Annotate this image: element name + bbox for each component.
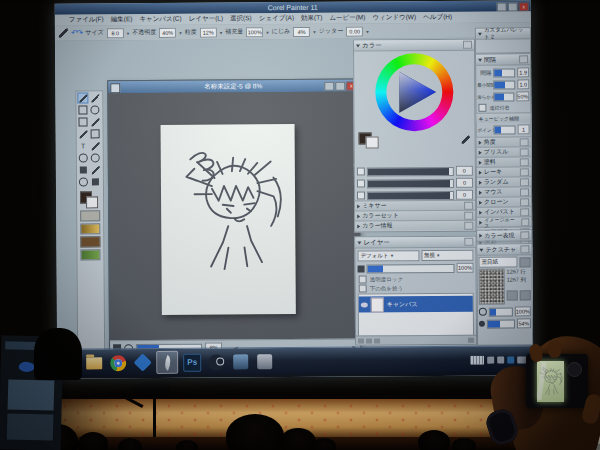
taskbar-painter-active[interactable] [156, 351, 178, 374]
menu-effects[interactable]: 効果(T) [301, 14, 322, 23]
paper-contrast-value[interactable]: 54% [517, 318, 531, 328]
additional-color-swatch[interactable] [86, 196, 98, 208]
taskbar-app-9[interactable] [254, 351, 274, 372]
chevron-down-icon[interactable]: ▾ [179, 29, 182, 35]
additional-color-swatch[interactable] [366, 136, 379, 148]
menu-layers[interactable]: レイヤー(L) [189, 14, 223, 23]
color-swatches[interactable] [79, 191, 101, 207]
collapse-arrow-icon[interactable] [356, 44, 360, 47]
chevron-down-icon[interactable]: ▾ [127, 30, 130, 36]
color-slider-value[interactable]: 0 [456, 166, 473, 176]
rotate-page-tool-icon[interactable] [90, 152, 101, 163]
color-wheel[interactable] [375, 53, 454, 132]
menu-shapes[interactable]: シェイプ(A) [259, 14, 294, 23]
panel-menu-button[interactable] [464, 238, 473, 246]
chevron-down-icon[interactable]: ▾ [313, 28, 316, 34]
brush-panel-mouse[interactable]: マウス [477, 186, 531, 196]
color-panel-header[interactable]: カラー [354, 40, 474, 52]
brush-panel-angle[interactable]: 角度 [477, 136, 531, 146]
layer-commands-button[interactable] [374, 338, 380, 343]
canvas-page[interactable] [161, 124, 296, 315]
paper-scale-value[interactable]: 100% [515, 306, 531, 316]
delete-layer-button[interactable] [468, 337, 474, 342]
invert-paper-icon[interactable] [507, 290, 518, 300]
layer-row-canvas[interactable]: キャンバス [359, 296, 473, 313]
panel-menu-button[interactable] [520, 168, 529, 176]
nozzle-selector[interactable] [80, 249, 100, 260]
prop-opacity-value[interactable]: 40% [159, 27, 176, 37]
spacing-panel-header[interactable]: 間隔 [476, 54, 530, 65]
brush-panel-rake[interactable]: レーキ [477, 166, 531, 176]
magic-wand-tool-icon[interactable] [89, 116, 100, 127]
brush-panel-random[interactable]: ランダム [477, 176, 531, 186]
new-layer-button[interactable] [358, 338, 364, 343]
collapse-arrow-icon[interactable] [357, 241, 361, 244]
prop-jitter-value[interactable]: 0.00 [346, 26, 363, 36]
checkbox[interactable] [359, 284, 367, 292]
brush-panel-bristle[interactable]: ブリスル [477, 146, 531, 156]
custom-palette-header[interactable]: カスタムパレット 2 [476, 28, 530, 39]
brush-tool-icon[interactable] [77, 92, 88, 103]
undo-redo-icons[interactable]: ↶↷ [71, 28, 82, 37]
keyboard-layout-icon[interactable] [470, 356, 484, 365]
doc-minimize-button[interactable] [324, 82, 334, 91]
min-spacing-value[interactable]: 1.0 [517, 79, 529, 89]
pattern-selector[interactable] [80, 236, 100, 247]
menu-movie[interactable]: ムービー(M) [329, 13, 365, 22]
brush-panel-image-hose[interactable]: イメージホース [477, 216, 531, 226]
panel-menu-button[interactable] [520, 178, 529, 186]
shape-select-tool-icon[interactable] [90, 140, 101, 151]
collapse-arrow-icon[interactable] [479, 248, 483, 251]
min-spacing-slider[interactable] [493, 80, 515, 89]
lasso-tool-icon[interactable] [89, 104, 100, 115]
brush-panel-well[interactable]: 塗料 [477, 156, 531, 166]
texture-panel-header[interactable]: テクスチャ [477, 244, 531, 255]
panel-menu-button[interactable] [464, 211, 473, 219]
checkbox[interactable] [478, 104, 486, 112]
panel-menu-button[interactable] [520, 231, 529, 239]
panel-menu-button[interactable] [464, 221, 473, 229]
prop-size-value[interactable]: 8.0 [107, 28, 124, 38]
layer-visibility-eye-icon[interactable] [361, 302, 368, 307]
prop-bleed-value[interactable]: 4% [293, 26, 310, 36]
collapse-arrow-icon[interactable] [478, 32, 482, 35]
taskbar-app-8[interactable] [230, 351, 250, 372]
rect-select-tool-icon[interactable] [77, 104, 88, 115]
doc-restore-button[interactable] [335, 82, 345, 91]
paper-scale-slider[interactable] [489, 307, 513, 316]
spacing-slider[interactable] [493, 68, 515, 77]
magnifier-tool-icon[interactable] [78, 176, 89, 187]
damping-value[interactable]: 50% [516, 91, 529, 101]
paint-bucket-tool-icon[interactable] [90, 164, 101, 175]
panel-menu-button[interactable] [520, 198, 529, 206]
taskbar-photoshop[interactable]: Ps [182, 352, 202, 373]
pen-tool-icon[interactable] [78, 128, 89, 139]
layer-mask-button[interactable] [366, 338, 372, 343]
point-slider[interactable] [494, 125, 516, 134]
taskbar-dropbox[interactable] [132, 352, 152, 373]
rect-shape-tool-icon[interactable] [90, 128, 101, 139]
restore-button[interactable] [508, 2, 518, 11]
menu-window[interactable]: ウィンドウ(W) [372, 13, 416, 22]
panel-menu-button[interactable] [520, 208, 529, 216]
preserve-transparency-row[interactable]: 透明度ロック [359, 275, 473, 284]
prop-grain-value[interactable]: 12% [200, 27, 217, 37]
gradient-selector[interactable] [80, 223, 100, 234]
damping-slider[interactable] [493, 92, 514, 101]
color-expression-header[interactable]: カラー表現 [477, 230, 531, 241]
pickup-underlying-row[interactable]: 下の色を拾う [359, 284, 473, 293]
eraser-tool-icon[interactable] [78, 164, 89, 175]
menu-canvas[interactable]: キャンバス(C) [139, 15, 181, 24]
network-icon[interactable] [507, 356, 514, 363]
paper-scale-icon[interactable] [520, 290, 531, 300]
paper-library-icon[interactable] [519, 257, 530, 267]
prop-resat-value[interactable]: 100% [246, 27, 263, 37]
scissors-tool-icon[interactable] [78, 152, 89, 163]
collapse-arrow-icon[interactable] [478, 58, 482, 61]
composite-depth-dropdown[interactable]: 無視 ▾ [421, 250, 473, 261]
panel-menu-button[interactable] [520, 245, 529, 253]
panel-menu-button[interactable] [520, 148, 529, 156]
chevron-down-icon[interactable]: ▾ [220, 29, 223, 35]
panel-menu-button[interactable] [521, 218, 529, 226]
minimize-button[interactable] [497, 3, 507, 12]
